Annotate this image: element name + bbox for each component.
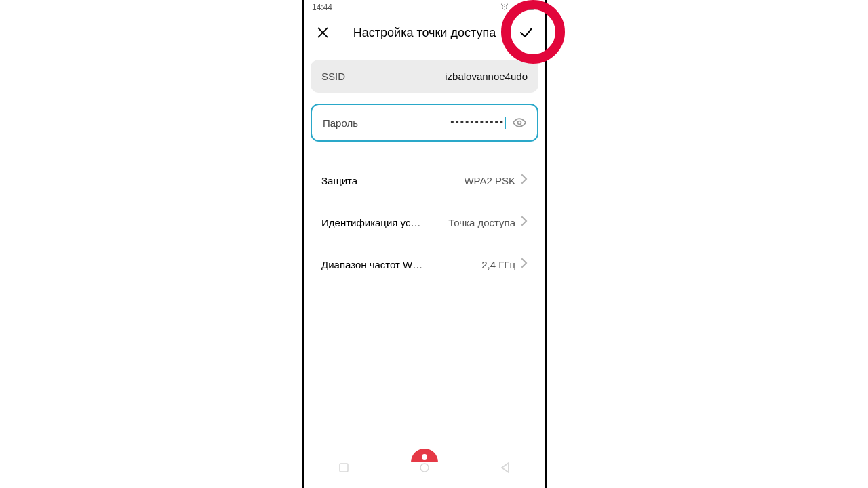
ssid-field[interactable]: SSID izbalovannoe4udo	[311, 60, 538, 93]
nav-recent-button[interactable]	[334, 458, 353, 477]
svg-rect-2	[514, 7, 515, 10]
status-bar: 14:44	[304, 0, 545, 14]
signal-icon	[511, 3, 519, 12]
nav-back-button[interactable]	[496, 458, 515, 477]
password-field[interactable]: Пароль •••••••••••	[311, 104, 538, 142]
chevron-right-icon	[521, 216, 528, 228]
password-label: Пароль	[323, 117, 358, 129]
row-frequency-band[interactable]: Диапазон частот W… 2,4 ГГц	[311, 243, 538, 285]
device-id-label: Идентификация ус…	[321, 217, 420, 228]
svg-point-7	[518, 121, 521, 125]
ssid-value: izbalovannoe4udo	[445, 70, 528, 82]
toggle-password-visibility-icon[interactable]	[513, 116, 526, 129]
chevron-right-icon	[521, 258, 528, 270]
band-label: Диапазон частот W…	[321, 259, 422, 270]
row-security[interactable]: Защита WPA2 PSK	[311, 159, 538, 201]
band-value: 2,4 ГГц	[481, 259, 515, 270]
status-time: 14:44	[312, 3, 332, 12]
svg-rect-1	[512, 8, 513, 10]
status-icons	[500, 3, 537, 12]
nav-home-button[interactable]	[415, 458, 434, 477]
svg-rect-8	[340, 464, 348, 472]
content-area: SSID izbalovannoe4udo Пароль •••••••••••…	[304, 52, 545, 293]
close-button[interactable]	[313, 23, 332, 42]
svg-rect-6	[535, 5, 536, 7]
page-title: Настройка точки доступа	[340, 26, 509, 40]
svg-point-9	[420, 464, 429, 472]
header: Настройка точки доступа	[304, 14, 545, 52]
security-value: WPA2 PSK	[464, 175, 515, 186]
chevron-right-icon	[521, 174, 528, 186]
confirm-button[interactable]	[517, 23, 536, 42]
svg-rect-5	[523, 4, 535, 9]
svg-rect-3	[515, 5, 517, 10]
text-cursor	[505, 117, 506, 129]
svg-rect-4	[517, 4, 519, 10]
password-value: •••••••••••	[450, 116, 506, 129]
device-id-value: Точка доступа	[448, 217, 515, 228]
navigation-bar	[304, 447, 545, 488]
security-label: Защита	[321, 175, 357, 186]
row-device-identification[interactable]: Идентификация ус… Точка доступа	[311, 201, 538, 243]
alarm-icon	[500, 3, 509, 12]
ssid-label: SSID	[321, 70, 345, 82]
battery-icon	[522, 3, 537, 12]
phone-frame: 14:44 Настройка точки доступа SSID izbal…	[302, 0, 547, 488]
